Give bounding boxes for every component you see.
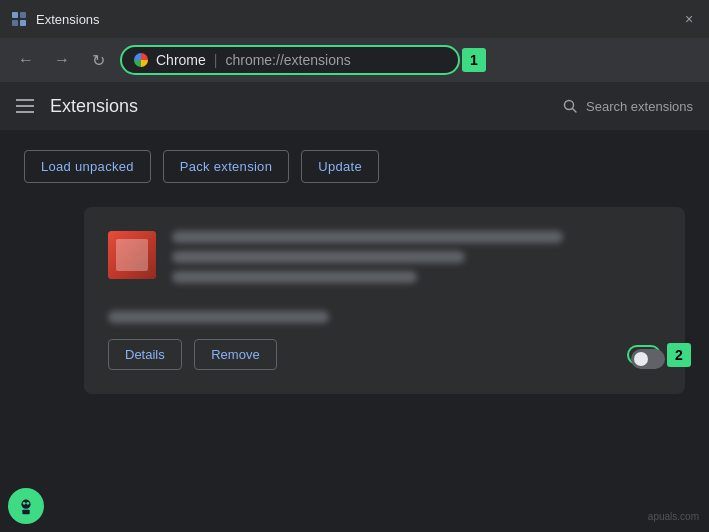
address-separator: | [214, 52, 218, 68]
search-area[interactable]: Search extensions [562, 98, 693, 114]
search-placeholder: Search extensions [586, 99, 693, 114]
extension-actions: Details Remove 2 [108, 339, 661, 370]
svg-rect-1 [20, 12, 26, 18]
extension-info [172, 231, 661, 291]
step1-badge: 1 [462, 48, 486, 72]
navigation-bar: ← → ↻ Chrome | chrome://extensions 1 [0, 38, 709, 82]
extension-name-blurred [172, 231, 563, 243]
svg-point-9 [26, 502, 29, 505]
apuals-logo [8, 488, 44, 524]
extensions-panel: Details Remove 2 [84, 207, 685, 394]
main-content: Load unpacked Pack extension Update Deta… [0, 130, 709, 414]
forward-button[interactable]: → [48, 46, 76, 74]
svg-point-8 [23, 502, 26, 505]
extension-version-blurred [172, 251, 465, 263]
hamburger-menu-button[interactable] [16, 99, 34, 113]
extension-action-buttons: Details Remove [108, 339, 285, 370]
action-buttons: Load unpacked Pack extension Update [24, 150, 685, 183]
address-site: Chrome [156, 52, 206, 68]
hamburger-line [16, 105, 34, 107]
extension-desc-blurred [172, 271, 417, 283]
toggle-thumb [634, 352, 648, 366]
pack-extension-button[interactable]: Pack extension [163, 150, 289, 183]
address-bar[interactable]: Chrome | chrome://extensions 1 [120, 45, 460, 75]
tab-favicon [10, 10, 28, 28]
svg-rect-0 [12, 12, 18, 18]
svg-rect-7 [22, 510, 29, 515]
svg-rect-3 [20, 20, 26, 26]
svg-line-5 [573, 109, 577, 113]
svg-rect-2 [12, 20, 18, 26]
step2-badge: 2 [667, 343, 691, 367]
tab-title: Extensions [36, 12, 671, 27]
extension-toggle[interactable] [631, 349, 665, 369]
title-bar: Extensions × [0, 0, 709, 38]
remove-button[interactable]: Remove [194, 339, 276, 370]
back-button[interactable]: ← [12, 46, 40, 74]
extension-toggle-wrapper [627, 345, 661, 365]
search-icon [562, 98, 578, 114]
extension-extra-blurred [108, 311, 329, 323]
extension-icon [108, 231, 156, 279]
hamburger-line [16, 111, 34, 113]
update-button[interactable]: Update [301, 150, 379, 183]
address-path: chrome://extensions [225, 52, 350, 68]
refresh-button[interactable]: ↻ [84, 46, 112, 74]
toggle-container: 2 [627, 345, 661, 365]
load-unpacked-button[interactable]: Load unpacked [24, 150, 151, 183]
tab-close-button[interactable]: × [679, 9, 699, 29]
extension-card [108, 231, 661, 311]
hamburger-line [16, 99, 34, 101]
svg-point-6 [21, 500, 30, 509]
page-title: Extensions [50, 96, 546, 117]
chrome-icon [134, 53, 148, 67]
watermark: apuals.com [648, 511, 699, 522]
app-header: Extensions Search extensions [0, 82, 709, 130]
details-button[interactable]: Details [108, 339, 182, 370]
